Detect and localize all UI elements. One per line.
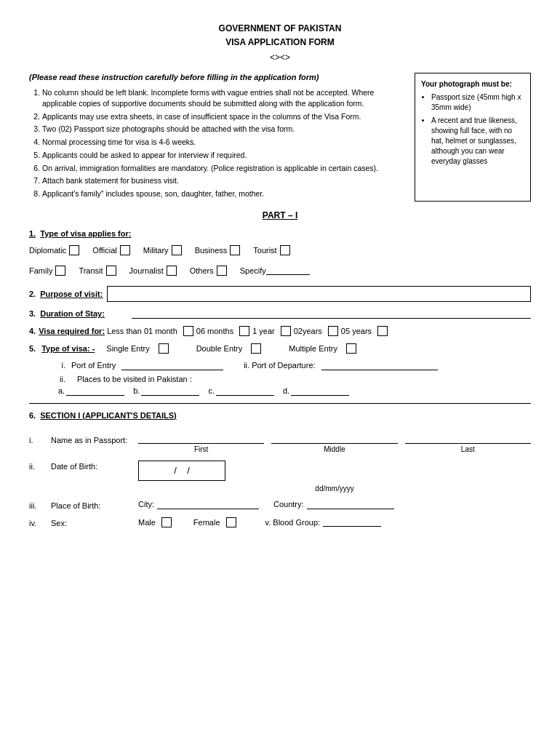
section6-number: 6. <box>29 411 36 420</box>
photo-title: Your photograph must be: <box>421 79 524 89</box>
visa-type-journalist: Journalist <box>129 266 177 276</box>
city-input[interactable] <box>157 500 259 509</box>
pob-idx: iii. <box>29 500 44 510</box>
duration-of-stay-input[interactable] <box>132 309 531 319</box>
middle-name-input[interactable] <box>271 434 397 444</box>
checkbox-male[interactable] <box>161 517 172 527</box>
place-b-input[interactable] <box>141 386 199 396</box>
section2-label: Purpose of visit: <box>40 290 103 298</box>
purpose-of-visit-input[interactable] <box>107 286 531 302</box>
port-of-entry-input[interactable] <box>121 361 223 370</box>
port-entry-idx: i. <box>51 361 65 370</box>
section2-number: 2. <box>29 290 36 298</box>
checkbox-female[interactable] <box>226 517 236 527</box>
place-b: b. <box>133 386 199 396</box>
place-a-input[interactable] <box>66 386 124 396</box>
label-02years: 02years <box>294 327 322 335</box>
pob-label: Place of Birth: <box>51 500 131 510</box>
instruction-item: Applicants may use extra sheets, in case… <box>42 111 403 122</box>
dob-separator: / / <box>166 465 197 476</box>
checkbox-military[interactable] <box>172 245 182 255</box>
section6-heading: SECTION I (APPLICANT'S DETAILS) <box>40 411 177 420</box>
pob-content: City: Country: <box>138 500 531 509</box>
photo-requirements-list: Passport size (45mm high x 35mm wide) A … <box>421 92 524 167</box>
specify-input[interactable] <box>266 266 310 275</box>
middle-label: Middle <box>324 445 345 453</box>
places-row: ii. Places to be visited in Pakistan : <box>51 375 531 383</box>
checkbox-multiple-entry[interactable] <box>346 343 356 354</box>
checkbox-family[interactable] <box>55 266 65 276</box>
label-double-entry: Double Entry <box>196 344 243 353</box>
checkbox-05years[interactable] <box>377 326 388 336</box>
checkbox-1year[interactable] <box>281 326 291 336</box>
label-06months: 06 months <box>196 327 233 335</box>
checkbox-06months[interactable] <box>239 326 249 336</box>
section4-label: Visa required for: Less than 01 month <box>39 327 177 335</box>
country-label: Country: <box>273 500 304 509</box>
instruction-item: No column should be left blank. Incomple… <box>42 87 403 108</box>
visa-type-family: Family <box>29 266 65 276</box>
instruction-item: Two (02) Passport size photographs shoul… <box>42 124 403 135</box>
name-field-row: i. Name as in Passport: First Middle Las… <box>29 434 531 453</box>
checkbox-official[interactable] <box>120 245 130 255</box>
sex-field-row: iv. Sex: Male Female v. Blood Group: <box>29 517 531 527</box>
sex-options-row: Male Female v. Blood Group: <box>138 517 531 527</box>
first-name-input[interactable] <box>138 434 264 444</box>
last-name-input[interactable] <box>405 434 531 444</box>
visa-type-military: Military <box>143 245 182 255</box>
place-d-input[interactable] <box>291 386 349 396</box>
visa-type-tourist: Tourist <box>253 245 289 255</box>
dob-field-row: ii. Date of Birth: / / dd/mm/yyyy <box>29 461 531 493</box>
title-line2: VISA APPLICATION FORM <box>29 36 531 49</box>
section-divider <box>29 403 531 404</box>
label-05years: 05 years <box>341 327 372 335</box>
checkbox-transit[interactable] <box>106 266 116 276</box>
label-multiple-entry: Multiple Entry <box>289 344 337 353</box>
label-1year: 1 year <box>252 327 275 335</box>
instruction-item: Applicants could be asked to appear for … <box>42 150 403 161</box>
visa-type-business: Business <box>195 245 241 255</box>
checkbox-business[interactable] <box>230 245 240 255</box>
part1-heading: PART – I <box>29 210 531 220</box>
photo-req-item: A recent and true likeness, showing full… <box>431 116 524 167</box>
checkbox-journalist[interactable] <box>167 266 177 276</box>
place-c-input[interactable] <box>216 386 274 396</box>
checkbox-others[interactable] <box>217 266 227 276</box>
title-symbol: <><> <box>29 52 531 63</box>
place-c: c. <box>208 386 274 396</box>
sex-male: Male <box>138 517 172 527</box>
section5-number: 5. <box>29 344 36 353</box>
name-content: First Middle Last <box>138 434 531 453</box>
first-name-field: First <box>138 434 264 453</box>
blood-group-field: v. Blood Group: <box>265 517 382 527</box>
dob-input-box[interactable]: / / <box>138 461 225 481</box>
checkbox-tourist[interactable] <box>280 245 290 255</box>
port-departure-label: ii. Port of Departure: <box>244 361 315 370</box>
instruction-item: Normal processing time for visa is 4-6 w… <box>42 137 403 148</box>
sex-female: Female <box>193 517 236 527</box>
sex-content: Male Female v. Blood Group: <box>138 517 531 527</box>
visa-type-transit: Transit <box>79 266 116 276</box>
checkbox-double-entry[interactable] <box>251 343 261 354</box>
last-label: Last <box>461 445 475 453</box>
checkbox-diplomatic[interactable] <box>69 245 79 255</box>
instruction-item: Applicant's family" includes spouse, son… <box>42 188 403 199</box>
sex-idx: iv. <box>29 517 44 527</box>
visa-types-row1: Diplomatic Official Military Business To… <box>29 245 531 258</box>
country-input[interactable] <box>307 500 394 509</box>
instructions-list: No column should be left blank. Incomple… <box>29 87 403 199</box>
label-single-entry: Single Entry <box>106 344 149 353</box>
place-a: a. <box>58 386 124 396</box>
checkbox-02years[interactable] <box>328 326 338 336</box>
checkbox-single-entry[interactable] <box>159 343 169 354</box>
blood-group-label: v. Blood Group: <box>265 518 321 527</box>
port-of-departure-input[interactable] <box>321 361 438 370</box>
city-field: City: <box>138 500 259 509</box>
sex-label: Sex: <box>51 517 131 527</box>
checkbox-less-than-01[interactable] <box>183 326 193 336</box>
section2-row: 2. Purpose of visit: <box>29 286 531 302</box>
blood-group-input[interactable] <box>323 517 381 527</box>
visa-type-others: Others <box>190 266 227 276</box>
instruction-item: Attach bank statement for business visit… <box>42 175 403 186</box>
first-label: First <box>194 445 208 453</box>
